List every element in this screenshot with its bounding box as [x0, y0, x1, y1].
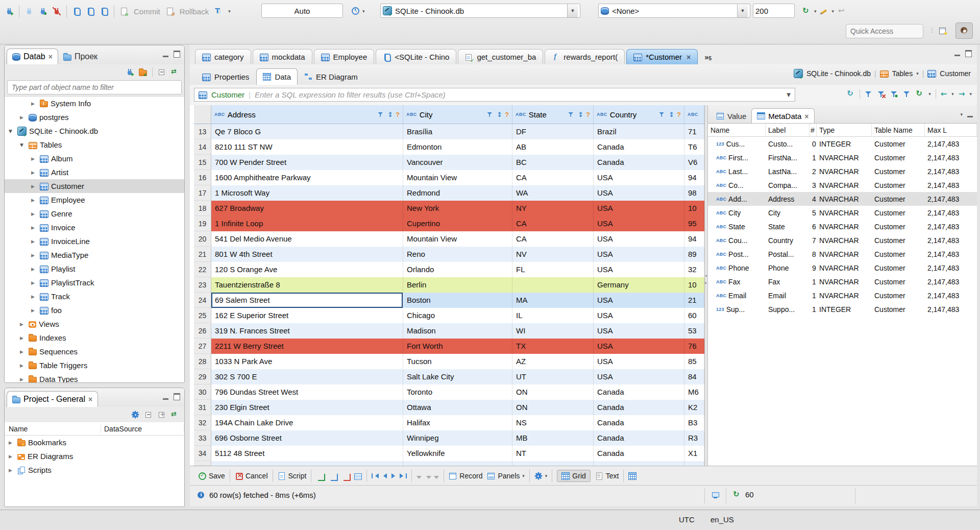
- cell-state[interactable]: CA: [512, 216, 594, 231]
- cell-country[interactable]: Canada: [594, 415, 684, 430]
- cell-state[interactable]: WA: [512, 185, 594, 201]
- row-number[interactable]: 22: [194, 262, 211, 277]
- metadata-row[interactable]: First... FirstNa... 1 NVARCHAR Customer …: [708, 151, 977, 164]
- meta-cell-label[interactable]: FirstNa...: [766, 151, 810, 164]
- table-row[interactable]: 18 627 Broadway New York NY USA 10: [194, 201, 704, 216]
- column-sort-icon[interactable]: [578, 111, 583, 118]
- cell-address[interactable]: 162 E Superior Street: [211, 308, 403, 323]
- meta-cell-maxlength[interactable]: 2,147,483: [925, 164, 977, 178]
- cell-country[interactable]: Canada: [594, 155, 684, 170]
- table-row[interactable]: 19 1 Infinite Loop Cupertino CA USA 95: [194, 216, 704, 231]
- commit-button[interactable]: Commit: [134, 7, 160, 16]
- column-help-icon[interactable]: [677, 111, 681, 118]
- script-button[interactable]: Script: [278, 472, 307, 480]
- meta-cell-name[interactable]: Cou...: [708, 233, 766, 247]
- expand-arrow-icon[interactable]: [20, 142, 26, 148]
- cell-city[interactable]: Tucson: [403, 354, 512, 369]
- cell-address[interactable]: 8210 111 ST NW: [211, 139, 403, 155]
- cell-country[interactable]: USA: [594, 247, 684, 262]
- editor-tab[interactable]: rewards_report(: [545, 49, 625, 64]
- object-filter-input[interactable]: [8, 83, 181, 91]
- row-number[interactable]: 33: [194, 430, 211, 446]
- next-page-button[interactable]: [391, 473, 395, 478]
- cell-address[interactable]: 796 Dundas Street West: [211, 384, 403, 400]
- link-with-editor-icon[interactable]: [171, 411, 179, 419]
- custom-filter-icon[interactable]: [903, 90, 911, 98]
- editor-tab[interactable]: mockdata: [253, 49, 312, 64]
- grid-corner-cell[interactable]: [194, 105, 211, 124]
- row-number[interactable]: 25: [194, 308, 211, 323]
- new-project-folder-icon[interactable]: [139, 70, 147, 76]
- locale-indicator[interactable]: en_US: [710, 515, 734, 524]
- project-tree-item[interactable]: ER Diagrams: [5, 449, 184, 463]
- meta-cell-label[interactable]: Address: [766, 192, 810, 206]
- table-row[interactable]: 24 69 Salem Street Boston MA USA 21: [194, 293, 704, 308]
- column-filter-icon[interactable]: [487, 111, 494, 118]
- table-row[interactable]: 29 302 S 700 E Salt Lake City UT USA 84: [194, 369, 704, 384]
- meta-cell-name[interactable]: Add...: [708, 192, 766, 206]
- cell-state[interactable]: AB: [512, 139, 594, 155]
- meta-cell-maxlength[interactable]: 2,147,483: [925, 206, 977, 220]
- cell-address[interactable]: 1600 Amphitheatre Parkway: [211, 170, 403, 185]
- fetch-size-input[interactable]: 200: [753, 4, 795, 18]
- cell-city[interactable]: Toronto: [403, 384, 512, 400]
- row-number[interactable]: 14: [194, 139, 211, 155]
- cell-city[interactable]: Redmond: [403, 185, 512, 201]
- meta-cell-table[interactable]: Customer: [872, 178, 925, 192]
- cell-country[interactable]: Germany: [594, 277, 684, 293]
- cell-address[interactable]: 5112 48 Street: [211, 446, 403, 461]
- meta-cell-table[interactable]: Customer: [872, 206, 925, 220]
- cell-state[interactable]: NV: [512, 247, 594, 262]
- meta-cell-type[interactable]: NVARCHAR: [817, 151, 872, 164]
- cell-address[interactable]: 69 Salem Street: [211, 293, 403, 308]
- meta-cell-name[interactable]: City: [708, 206, 766, 220]
- cell-address[interactable]: Tauentzienstraße 8: [211, 277, 403, 293]
- row-number[interactable]: 15: [194, 155, 211, 170]
- cell-address[interactable]: 1 Microsoft Way: [211, 185, 403, 201]
- auto-refresh-dropdown-icon[interactable]: ▾: [928, 91, 931, 97]
- set-filter-icon[interactable]: [865, 90, 873, 98]
- new-sql-editor-icon[interactable]: [100, 7, 108, 15]
- cancel-button[interactable]: Cancel: [235, 472, 268, 480]
- table-row-clipped[interactable]: [194, 461, 704, 466]
- editor-subtab[interactable]: Data: [256, 68, 298, 85]
- meta-cell-number[interactable]: 7: [810, 233, 817, 247]
- cell-address[interactable]: 627 Broadway: [211, 201, 403, 216]
- transaction-mode-dropdown-icon[interactable]: ▾: [228, 9, 231, 14]
- meta-cell-maxlength[interactable]: 2,147,483: [925, 137, 977, 151]
- column-header-name[interactable]: Name: [5, 425, 101, 433]
- remove-filter-icon[interactable]: [877, 90, 886, 98]
- column-sort-icon[interactable]: [387, 111, 393, 118]
- meta-cell-maxlength[interactable]: 2,147,483: [925, 233, 977, 247]
- active-schema-combo[interactable]: <None> ▼: [598, 4, 750, 18]
- cell-postal-partial[interactable]: M6: [684, 384, 704, 400]
- add-row-icon[interactable]: [316, 472, 324, 480]
- auto-sync-dropdown-icon[interactable]: ▾: [814, 9, 817, 14]
- cell-state[interactable]: CA: [512, 231, 594, 247]
- meta-cell-type[interactable]: NVARCHAR: [817, 206, 872, 220]
- row-number[interactable]: 27: [194, 339, 211, 354]
- expand-arrow-icon[interactable]: [31, 211, 37, 216]
- row-number[interactable]: 13: [194, 124, 211, 139]
- nav-forward-icon[interactable]: →: [959, 90, 965, 98]
- commit-icon[interactable]: [120, 7, 128, 15]
- save-button[interactable]: Save: [198, 472, 225, 480]
- meta-cell-type[interactable]: INTEGER: [817, 302, 872, 316]
- meta-cell-type[interactable]: NVARCHAR: [817, 192, 872, 206]
- meta-cell-type[interactable]: NVARCHAR: [817, 220, 872, 233]
- tree-item[interactable]: Playlist: [5, 262, 184, 276]
- meta-cell-table[interactable]: Customer: [872, 247, 925, 261]
- row-number[interactable]: 32: [194, 415, 211, 430]
- table-row[interactable]: 17 1 Microsoft Way Redmond WA USA 98: [194, 185, 704, 201]
- reconnect-icon[interactable]: [39, 7, 47, 15]
- meta-cell-number[interactable]: 1: [810, 302, 817, 316]
- cell-postal-partial[interactable]: 21: [684, 293, 704, 308]
- row-number[interactable]: 19: [194, 216, 211, 231]
- fetch-all-rows-button[interactable]: [426, 473, 439, 479]
- cell-postal-partial[interactable]: 84: [684, 369, 704, 384]
- cell-country[interactable]: USA: [594, 201, 684, 216]
- cell-country[interactable]: Brazil: [594, 124, 684, 139]
- cell-state[interactable]: NS: [512, 415, 594, 430]
- meta-cell-name[interactable]: Cus...: [708, 137, 766, 151]
- nav-back-icon[interactable]: ←: [941, 90, 947, 98]
